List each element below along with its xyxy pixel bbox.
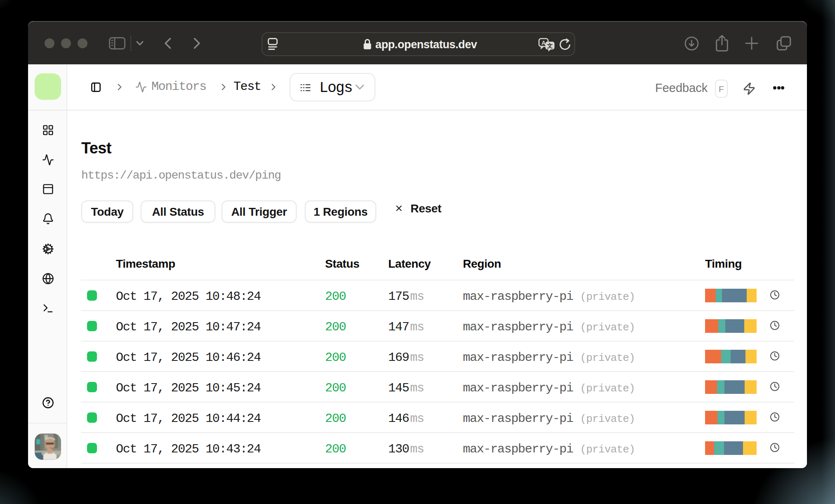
svg-text:A: A (541, 40, 545, 46)
svg-text:文: 文 (547, 42, 553, 49)
